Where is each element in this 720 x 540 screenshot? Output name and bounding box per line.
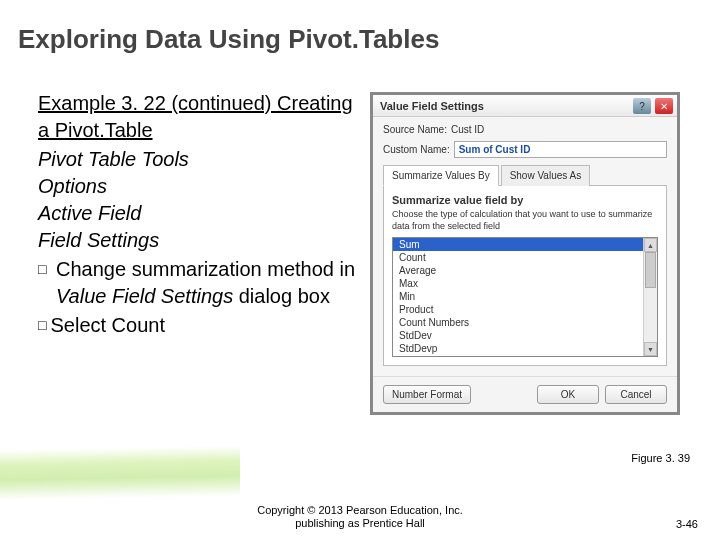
close-button[interactable]: ✕: [655, 98, 673, 114]
bullet-2: Select Count: [38, 312, 368, 339]
panel-header: Summarize value field by: [392, 194, 658, 206]
nav-line-2: Options: [38, 173, 368, 200]
source-name-value: Cust ID: [451, 124, 484, 135]
help-button[interactable]: ?: [633, 98, 651, 114]
figure-caption: Figure 3. 39: [631, 452, 690, 464]
copyright: Copyright © 2013 Pearson Education, Inc.…: [0, 504, 720, 530]
list-item[interactable]: StdDevp: [393, 342, 657, 355]
panel-subtext: Choose the type of calculation that you …: [392, 209, 658, 232]
list-item[interactable]: Count Numbers: [393, 316, 657, 329]
dialog-title: Value Field Settings: [380, 100, 484, 112]
listbox-scrollbar[interactable]: ▲ ▼: [643, 238, 657, 356]
nav-line-1: Pivot Table Tools: [38, 146, 368, 173]
ok-button[interactable]: OK: [537, 385, 599, 404]
nav-line-4: Field Settings: [38, 227, 368, 254]
list-item[interactable]: Count: [393, 251, 657, 264]
custom-name-label: Custom Name:: [383, 144, 450, 155]
list-item[interactable]: Max: [393, 277, 657, 290]
tab-panel: Summarize value field by Choose the type…: [383, 186, 667, 366]
bullet-1-text-b: dialog box: [233, 285, 330, 307]
dialog-body: Source Name: Cust ID Custom Name: Sum of…: [373, 117, 677, 376]
dialog-footer: Number Format OK Cancel: [373, 376, 677, 412]
nav-line-3: Active Field: [38, 200, 368, 227]
page-title: Exploring Data Using Pivot.Tables: [18, 24, 439, 55]
bullet-1: Change summarization method in Value Fie…: [38, 256, 368, 310]
list-item[interactable]: Sum: [393, 238, 657, 251]
example-heading: Example 3. 22 (continued) Creating a Piv…: [38, 90, 368, 144]
number-format-button[interactable]: Number Format: [383, 385, 471, 404]
tab-show-values-as[interactable]: Show Values As: [501, 165, 591, 186]
list-item[interactable]: Min: [393, 290, 657, 303]
summarize-listbox[interactable]: SumCountAverageMaxMinProductCount Number…: [392, 237, 658, 357]
custom-name-input[interactable]: Sum of Cust ID: [454, 141, 667, 158]
content-block: Example 3. 22 (continued) Creating a Piv…: [38, 90, 368, 339]
tab-summarize-values-by[interactable]: Summarize Values By: [383, 165, 499, 186]
scroll-down-icon[interactable]: ▼: [644, 342, 657, 356]
list-item[interactable]: StdDev: [393, 329, 657, 342]
copyright-line-2: publishing as Prentice Hall: [295, 517, 425, 529]
bullet-1-text-a: Change summarization method in: [56, 258, 355, 280]
list-item[interactable]: Average: [393, 264, 657, 277]
value-field-settings-dialog: Value Field Settings ? ✕ Source Name: Cu…: [370, 92, 680, 415]
source-name-label: Source Name:: [383, 124, 447, 135]
decorative-stripe: [0, 446, 240, 500]
copyright-line-1: Copyright © 2013 Pearson Education, Inc.: [257, 504, 463, 516]
list-item[interactable]: Var: [393, 355, 657, 357]
scroll-up-icon[interactable]: ▲: [644, 238, 657, 252]
list-item[interactable]: Product: [393, 303, 657, 316]
dialog-titlebar[interactable]: Value Field Settings ? ✕: [373, 95, 677, 117]
bullet-1-emphasis: Value Field Settings: [56, 285, 233, 307]
page-number: 3-46: [676, 518, 698, 530]
tab-strip: Summarize Values By Show Values As: [383, 164, 667, 186]
scrollbar-thumb[interactable]: [645, 252, 656, 288]
cancel-button[interactable]: Cancel: [605, 385, 667, 404]
